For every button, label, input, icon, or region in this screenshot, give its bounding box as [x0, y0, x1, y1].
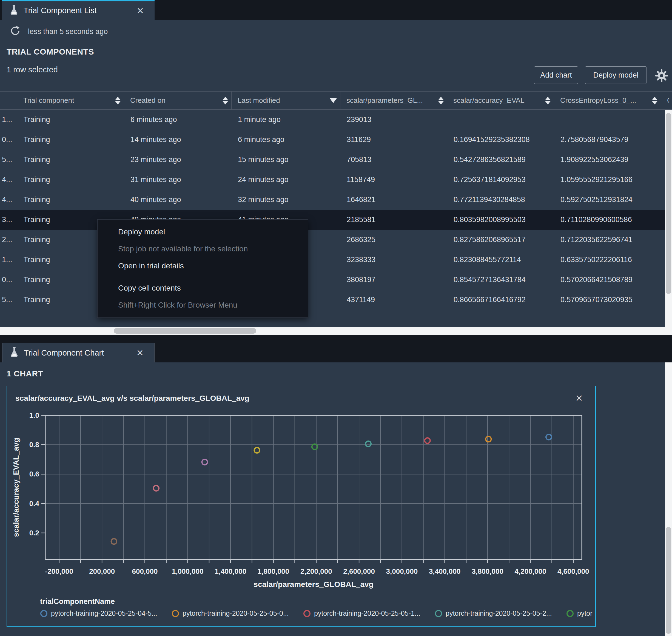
legend-marker-icon	[435, 610, 442, 617]
chart-count-title: 1 CHART	[6, 369, 43, 378]
cell-id: 4...	[0, 176, 18, 184]
cell-parameters: 1646821	[341, 196, 448, 204]
section-title: TRIAL COMPONENTS	[6, 47, 94, 57]
cell-created-on: 6 minutes ago	[124, 115, 232, 124]
tab-title: Trial Component List	[24, 6, 97, 15]
close-icon[interactable]: ×	[575, 391, 583, 405]
table-header: Trial componentCreated onLast modifiedsc…	[0, 91, 672, 110]
table-row[interactable]: 5...Training23 minutes ago15 minutes ago…	[0, 150, 672, 170]
cell-created-on: 14 minutes ago	[124, 135, 232, 144]
table-row[interactable]: 1...Training6 minutes ago1 minute ago239…	[0, 110, 672, 130]
scrollbar-thumb[interactable]	[114, 328, 256, 334]
gear-icon[interactable]	[655, 69, 668, 83]
data-point	[546, 434, 551, 440]
legend-item[interactable]: pytorch-training-2020-05-25-05-2...	[435, 610, 552, 617]
menu-item-deploy-model[interactable]: Deploy model	[98, 223, 308, 240]
cell-last-modified: 32 minutes ago	[232, 196, 341, 204]
sort-icon	[436, 97, 444, 104]
data-point	[425, 438, 430, 443]
legend-item[interactable]: pytor	[567, 610, 592, 617]
cell-created-on: 40 minutes ago	[124, 196, 232, 204]
legend-marker-icon	[567, 610, 574, 617]
cell-parameters: 705813	[341, 155, 448, 164]
sort-icon	[113, 97, 121, 104]
column-header-last-modified[interactable]: Last modified	[231, 92, 340, 110]
data-point	[202, 459, 207, 465]
cell-accuracy: 0.823088455772114	[448, 256, 554, 264]
svg-text:2,600,000: 2,600,000	[343, 567, 375, 575]
sort-icon	[650, 97, 657, 104]
cell-cross-entropy: 0.5702066421508789	[554, 276, 661, 284]
close-icon[interactable]: ×	[137, 347, 143, 359]
trial-component-chart-panel: Trial Component Chart × 1 CHART scalar/a…	[0, 343, 672, 636]
cell-trial-component: Training	[18, 135, 124, 144]
menu-item-open-in-trial-details[interactable]: Open in trial details	[98, 257, 308, 274]
legend-item[interactable]: pytorch-training-2020-05-25-05-1...	[303, 610, 421, 617]
column-header-scalar-parameters-gl[interactable]: scalar/parameters_GL...	[340, 92, 447, 110]
scrollbar-thumb[interactable]	[666, 113, 671, 294]
legend-item[interactable]: pytorch-training-2020-05-25-05-0...	[172, 610, 289, 617]
svg-text:scalar/accuracy_EVAL_avg: scalar/accuracy_EVAL_avg	[12, 438, 20, 537]
data-point	[254, 448, 260, 453]
svg-text:1,400,000: 1,400,000	[215, 567, 246, 575]
menu-item-copy-cell-contents[interactable]: Copy cell contents	[98, 280, 308, 297]
column-header-scalar-accuracy-eval[interactable]: scalar/accuracy_EVAL	[447, 92, 554, 110]
scatter-plot: 0.20.40.60.81.0-200,000200,000600,0001,0…	[7, 408, 595, 600]
cell-id: 4...	[0, 196, 18, 204]
menu-item-stop-job-not-available-for-the-selection: Stop job not available for the selection	[98, 240, 308, 257]
cell-last-modified: 15 minutes ago	[232, 155, 341, 164]
cell-last-modified: 24 minutes ago	[232, 176, 341, 184]
cell-cross-entropy: 0.5927502512931824	[554, 196, 661, 204]
svg-text:3,800,000: 3,800,000	[472, 567, 504, 575]
cell-trial-component: Training	[18, 115, 124, 124]
vertical-scrollbar[interactable]	[665, 110, 672, 327]
cell-created-on: 23 minutes ago	[124, 155, 232, 164]
column-header-c[interactable]: C	[661, 92, 672, 110]
add-chart-button[interactable]: Add chart	[534, 66, 578, 84]
cell-parameters: 3238333	[341, 256, 448, 264]
cell-id: 5...	[0, 155, 18, 164]
cell-trial-component: Training	[18, 176, 124, 184]
cell-id: 1...	[0, 256, 18, 264]
scrollbar-thumb[interactable]	[666, 527, 671, 634]
column-header-blank[interactable]	[0, 92, 17, 110]
close-icon[interactable]: ×	[137, 5, 144, 17]
cell-id: 1...	[0, 115, 18, 124]
tab-trial-component-chart[interactable]: Trial Component Chart ×	[2, 343, 155, 362]
legend-label: pytorch-training-2020-05-25-04-5...	[51, 610, 157, 617]
cell-id: 3...	[0, 216, 18, 224]
column-header-created-on[interactable]: Created on	[124, 92, 231, 110]
sort-icon	[543, 97, 551, 104]
cell-accuracy: 0.8275862068965517	[448, 236, 554, 244]
refresh-button[interactable]	[9, 25, 21, 38]
cell-id: 2...	[0, 236, 18, 244]
table-row[interactable]: 4...Training31 minutes ago24 minutes ago…	[0, 170, 672, 190]
table-row[interactable]: 4...Training40 minutes ago32 minutes ago…	[0, 190, 672, 210]
column-header-trial-component[interactable]: Trial component	[17, 92, 124, 110]
legend-label: pytorch-training-2020-05-25-05-2...	[446, 610, 552, 617]
cell-accuracy: 0.8665667166416792	[448, 296, 554, 304]
deploy-model-button[interactable]: Deploy model	[585, 66, 647, 84]
tab-trial-component-list[interactable]: Trial Component List ×	[2, 0, 155, 20]
column-header-crossentropyloss-0[interactable]: CrossEntropyLoss_0_...	[554, 92, 661, 110]
svg-text:3,000,000: 3,000,000	[386, 567, 418, 575]
svg-text:-200,000: -200,000	[45, 567, 73, 575]
table-row[interactable]: 0...Training14 minutes ago6 minutes ago3…	[0, 130, 672, 150]
flask-icon	[9, 346, 19, 359]
cell-accuracy: 0.8545727136431784	[448, 276, 554, 284]
sort-icon	[220, 97, 228, 104]
horizontal-scrollbar[interactable]	[0, 327, 672, 335]
menu-divider	[98, 277, 308, 277]
vertical-scrollbar[interactable]	[665, 362, 672, 636]
data-point	[154, 485, 159, 491]
data-point	[486, 436, 491, 442]
legend-title: trialComponentName	[40, 597, 115, 606]
column-label: Created on	[130, 96, 165, 105]
svg-text:0.4: 0.4	[29, 499, 39, 508]
svg-text:1,000,000: 1,000,000	[172, 567, 204, 575]
legend-item[interactable]: pytorch-training-2020-05-25-04-5...	[40, 610, 157, 617]
chart-card: scalar/accuracy_EVAL_avg v/s scalar/para…	[6, 386, 596, 627]
data-point	[366, 441, 371, 446]
cell-accuracy: 0.5427286356821589	[448, 155, 554, 164]
cell-accuracy: 0.8035982008995503	[448, 216, 554, 224]
